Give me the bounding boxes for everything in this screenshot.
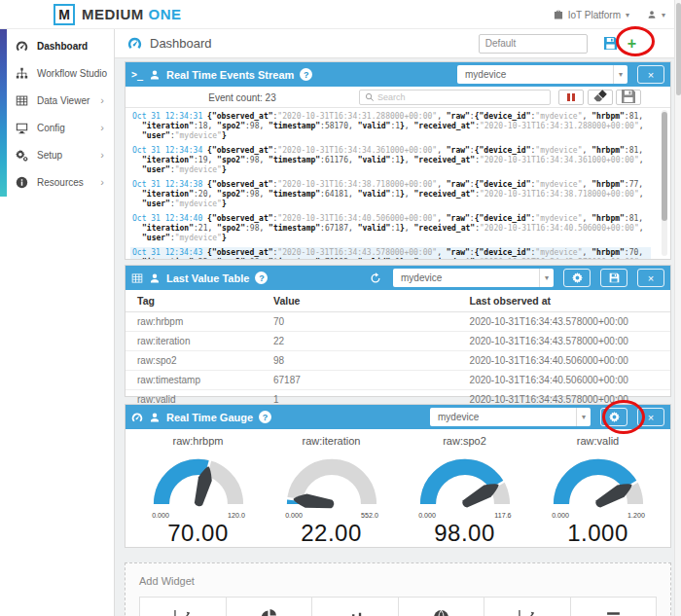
log-entry[interactable]: Oct 31 12:34:40 {"observed_at":"2020-10-… [130,213,651,244]
gauge-label: raw:spo2 [398,435,531,447]
gauge-raw:valid: raw:valid0.0001.2001.000 [531,431,664,547]
sidebar-accent-strip [0,29,7,197]
gear-icon [609,412,620,423]
app-root: M MEDIUM ONE IoT Platform ▾ ▾ DashboardW… [0,0,681,616]
log-entry[interactable]: Oct 31 12:34:31 {"observed_at":"2020-10-… [130,111,651,142]
user-menu[interactable]: ▾ [647,10,665,20]
svg-text:0.000: 0.000 [552,512,569,520]
sidebar-item-config[interactable]: Config› [0,114,114,141]
log-entry[interactable]: Oct 31 12:34:34 {"observed_at":"2020-10-… [130,145,651,176]
dashboard-select-input[interactable] [479,34,588,54]
sidebar-item-setup[interactable]: Setup› [0,141,114,168]
table-row[interactable]: raw:iteration222020-10-31T16:34:43.57800… [125,332,670,351]
sidebar: DashboardWorkflow StudioData Viewer›Conf… [0,29,115,616]
person-icon [149,412,161,423]
add-widget-line-chart-icon[interactable] [484,598,570,616]
column-header: Tag [125,290,262,312]
add-widget-bar-chart-icon[interactable] [311,598,398,616]
add-dashboard-icon[interactable]: + [627,35,636,53]
device-select[interactable]: mydevice ▾ [430,408,591,426]
svg-text:117.6: 117.6 [494,512,511,520]
platform-menu[interactable]: IoT Platform ▾ [554,10,629,20]
close-panel-button[interactable]: × [637,408,664,426]
info-icon [16,176,28,189]
person-icon [149,272,161,284]
events-stream-header: >_ Real Time Events Stream ? mydevice ▾ … [125,62,670,87]
sidebar-item-resources[interactable]: Resources› [0,168,114,196]
table-row[interactable]: raw:timestamp671872020-10-31T16:34:40.50… [125,371,670,390]
help-icon[interactable]: ? [259,411,271,423]
help-icon[interactable]: ? [300,68,312,81]
settings-button[interactable] [600,408,627,426]
save-icon [621,89,636,106]
search-box [359,90,551,105]
chevron-down-icon: ▾ [576,408,591,426]
sidebar-item-dashboard[interactable]: Dashboard [0,32,114,59]
add-widget-line-chart-icon[interactable] [140,598,226,616]
sidebar-item-data-viewer[interactable]: Data Viewer› [0,87,114,114]
gauge-raw:iteration: raw:iteration0.000552.022.00 [265,431,398,547]
chevron-right-icon: › [100,176,104,188]
log-entry[interactable]: Oct 31 12:34:38 {"observed_at":"2020-10-… [130,179,651,210]
add-widget-globe-icon[interactable] [398,598,484,616]
briefcase-icon [554,10,563,20]
gauge-label: raw:iteration [265,435,398,447]
log-entry[interactable]: Oct 31 12:34:43 {"observed_at":"2020-10-… [130,247,651,259]
save-dashboard-icon[interactable] [603,36,618,51]
add-widget-section: Add Widget [125,562,671,616]
gauge-dial: 0.000552.0 [275,447,388,521]
table-row[interactable]: raw:spo2982020-10-31T16:34:40.506000+00:… [125,351,670,371]
page-scrollbar[interactable] [674,0,681,616]
user-icon [647,10,657,20]
chevron-down-icon: ▾ [613,65,627,84]
add-widget-rows-icon[interactable] [570,598,657,616]
sidebar-item-workflow-studio[interactable]: Workflow Studio [0,59,114,87]
column-header: Value [262,290,458,312]
device-select[interactable]: mydevice ▾ [393,269,554,287]
gauge-dial: 0.000117.6 [409,447,521,521]
save-stream-button[interactable] [616,90,641,105]
search-input[interactable] [377,92,550,102]
gauge-value: 70.00 [131,520,265,547]
gauge-value: 1.000 [531,520,664,547]
medium-one-logo-icon[interactable]: M [54,4,75,25]
main-content: Dashboard + >_ Real Time Events Stream ?… [115,29,681,616]
last-value-table: TagValueLast observed at raw:hrbpm702020… [125,290,670,409]
save-icon [609,272,620,284]
desktop-icon [16,122,28,134]
gauge-label: raw:hrbpm [131,435,265,447]
help-icon[interactable]: ? [255,272,268,284]
log-scrollbar[interactable] [662,110,667,256]
person-icon [149,69,161,81]
chevron-down-icon: ▾ [626,11,629,19]
last-value-header: Last Value Table ? mydevice ▾ × [125,266,670,290]
close-panel-button[interactable]: × [637,269,664,287]
cogs-icon [16,149,28,162]
settings-button[interactable] [563,269,591,287]
dashboard-gauge-icon [16,40,28,53]
events-log[interactable]: Oct 31 12:34:31 {"observed_at":"2020-10-… [125,108,670,259]
clear-stream-button[interactable] [588,90,613,105]
chevron-down-icon: ▾ [662,11,665,19]
svg-text:552.0: 552.0 [361,512,378,520]
gauge-value: 98.00 [398,520,531,547]
refresh-icon[interactable] [370,272,381,284]
chevron-down-icon: ▾ [539,269,554,287]
device-select[interactable]: mydevice ▾ [457,65,627,84]
add-widget-pie-chart-icon[interactable] [226,598,312,616]
gauge-panel: Real Time Gauge ? mydevice ▾ × raw:hrbpm… [125,404,671,548]
gauge-header: Real Time Gauge ? mydevice ▾ × [125,405,670,429]
search-icon [365,92,375,102]
add-widget-grid [139,597,657,616]
pause-stream-button[interactable] [558,90,584,105]
save-widget-button[interactable] [600,269,627,287]
close-panel-button[interactable]: × [637,65,664,84]
events-toolbar: Event count: 23 [125,87,670,108]
table-row[interactable]: raw:hrbpm702020-10-31T16:34:43.578000+00… [125,312,670,332]
gauge-label: raw:valid [531,435,664,447]
svg-text:0.000: 0.000 [285,512,303,520]
events-stream-panel: >_ Real Time Events Stream ? mydevice ▾ … [125,61,671,260]
event-count: Event count: 23 [125,87,359,108]
gauge-raw:hrbpm: raw:hrbpm0.000120.070.00 [131,431,265,547]
gauge-row: raw:hrbpm0.000120.070.00raw:iteration0.0… [125,429,670,547]
